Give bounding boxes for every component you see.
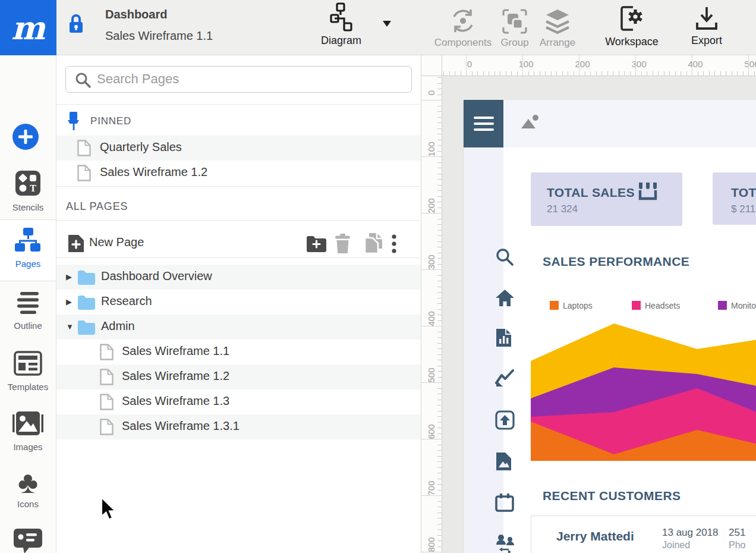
wf-calendar-icon[interactable] [495, 494, 514, 514]
h-ruler-tick [692, 55, 692, 76]
arrange-button[interactable]: Arrange [537, 8, 578, 49]
components-button[interactable]: Components [426, 7, 500, 49]
total-sales-card[interactable]: TOTAL SALES 21 324 [531, 172, 682, 226]
v-ruler-tick [437, 405, 442, 406]
comments-icon [14, 546, 42, 553]
wireframe-artboard[interactable] [464, 100, 756, 553]
diagram-tool-button[interactable]: Diagram [311, 2, 371, 47]
sales-performance-heading: SALES PERFORMANCE [543, 254, 689, 269]
second-stat-card-clipped[interactable]: TOTA $ 211 32 [713, 172, 756, 225]
new-page-label[interactable]: New Page [89, 235, 144, 249]
diagram-dropdown-caret-icon[interactable] [382, 20, 392, 30]
v-ruler-tick [437, 461, 442, 462]
v-ruler-tick [437, 208, 442, 208]
page-row-sales-wireframe-1-3[interactable]: Sales Wireframe 1.3 [56, 389, 421, 414]
workspace-button[interactable]: Workspace [602, 5, 662, 48]
page-icon [100, 394, 114, 413]
recent-customers-card[interactable]: Jerry Mattedi 13 aug 2018 Joined 251 Pho [531, 516, 756, 553]
h-ruler-tick [517, 71, 518, 76]
page-icon [100, 344, 114, 363]
delete-page-button[interactable] [335, 234, 351, 256]
wf-people-transfer-icon[interactable] [495, 534, 515, 553]
group-button[interactable]: Group [498, 8, 531, 49]
v-ruler-tick [421, 326, 442, 326]
v-ruler-tick [437, 321, 442, 321]
wireframe-hamburger-menu[interactable] [464, 100, 503, 147]
pinned-page-quarterly-sales[interactable]: Quarterly Sales [56, 136, 421, 161]
page-icon [100, 419, 114, 438]
v-ruler-tick [437, 428, 442, 428]
caret-collapsed-icon[interactable]: ▶ [66, 272, 72, 281]
search-pages-input[interactable] [97, 67, 406, 92]
folder-row-research[interactable]: ▶ Research [56, 290, 421, 315]
v-ruler-tick [437, 179, 442, 180]
page-row-sales-wireframe-1-3-1[interactable]: Sales Wireframe 1.3.1 [56, 414, 421, 439]
v-ruler-tick [437, 287, 442, 287]
new-page-button[interactable] [67, 234, 85, 256]
h-ruler-tick [511, 71, 512, 76]
h-ruler-tick [545, 71, 546, 76]
top-toolbar: m Dashboard Sales Wireframe 1.1 Diagram … [0, 0, 756, 55]
mouse-cursor [100, 497, 118, 524]
new-folder-button[interactable] [307, 235, 326, 254]
h-ruler-tick [669, 71, 670, 76]
wf-report-document-icon[interactable] [495, 328, 512, 350]
arrange-layers-icon [544, 26, 571, 36]
plus-icon [18, 130, 33, 144]
v-ruler-tick [421, 156, 442, 157]
add-new-button[interactable] [12, 124, 39, 150]
h-ruler-tick [607, 71, 608, 76]
sidebar-item-pages[interactable]: Pages [0, 219, 56, 281]
page-icon [77, 165, 91, 184]
h-ruler-label: 200 [575, 59, 590, 69]
h-ruler-tick [624, 71, 625, 76]
folder-row-admin[interactable]: ▼ Admin [56, 315, 421, 340]
workspace-gear-document-icon [619, 25, 645, 35]
page-row-sales-wireframe-1-1[interactable]: Sales Wireframe 1.1 [56, 340, 421, 365]
wf-line-chart-icon[interactable] [495, 369, 515, 390]
wf-home-icon[interactable] [495, 289, 515, 309]
duplicate-page-button[interactable] [363, 232, 383, 256]
v-ruler-tick [437, 292, 442, 293]
sidebar-item-images[interactable]: Images [0, 411, 56, 452]
h-ruler-tick [466, 55, 467, 76]
v-ruler-tick [437, 473, 442, 473]
diagram-flowchart-icon [326, 24, 356, 34]
wireframe-header-bar[interactable] [503, 100, 756, 147]
v-ruler-tick [437, 445, 442, 445]
sidebar-item-templates[interactable]: Templates [0, 351, 56, 392]
design-canvas[interactable]: TOTAL SALES 21 324 TOTA $ 211 32 SALES P… [442, 76, 756, 553]
wf-search-icon[interactable] [495, 247, 514, 269]
page-row-sales-wireframe-1-2[interactable]: Sales Wireframe 1.2 [56, 365, 421, 389]
v-ruler-tick [437, 111, 442, 112]
wf-upload-icon[interactable] [495, 410, 515, 432]
pinned-page-sales-wireframe-1-2[interactable]: Sales Wireframe 1.2 [56, 161, 421, 186]
v-ruler-tick [421, 269, 442, 270]
moqups-logo[interactable]: m [0, 0, 56, 55]
wf-image-document-icon[interactable] [495, 452, 512, 473]
lock-icon[interactable] [68, 13, 84, 37]
search-pages-box[interactable] [65, 66, 412, 93]
sidebar-item-stencils[interactable]: T Stencils [0, 170, 56, 212]
v-ruler-tick [437, 106, 442, 106]
sidebar-item-outline[interactable]: Outline [0, 292, 56, 331]
export-button[interactable]: Export [688, 6, 725, 47]
folder-row-dashboard-overview[interactable]: ▶ Dashboard Overview [56, 265, 421, 290]
h-ruler-tick [489, 71, 489, 76]
caret-expanded-icon[interactable]: ▼ [66, 322, 74, 331]
v-ruler-tick [421, 100, 442, 100]
group-icon [502, 26, 528, 36]
v-ruler-tick [437, 309, 442, 310]
wireframe-sidebar[interactable] [464, 147, 503, 553]
sidebar-item-comments[interactable]: Comments [0, 529, 56, 553]
caret-collapsed-icon[interactable]: ▶ [66, 297, 72, 306]
legend-swatch [718, 301, 727, 310]
sidebar-item-icons[interactable]: ♣ Icons [0, 466, 56, 509]
v-ruler-tick [437, 546, 442, 547]
pinned-section-header: PINNED [90, 115, 131, 127]
page-options-kebab-button[interactable] [391, 234, 397, 256]
v-ruler-tick [437, 230, 442, 231]
h-ruler-tick [601, 71, 602, 76]
h-ruler-tick [754, 71, 755, 76]
h-ruler-tick [619, 71, 619, 76]
